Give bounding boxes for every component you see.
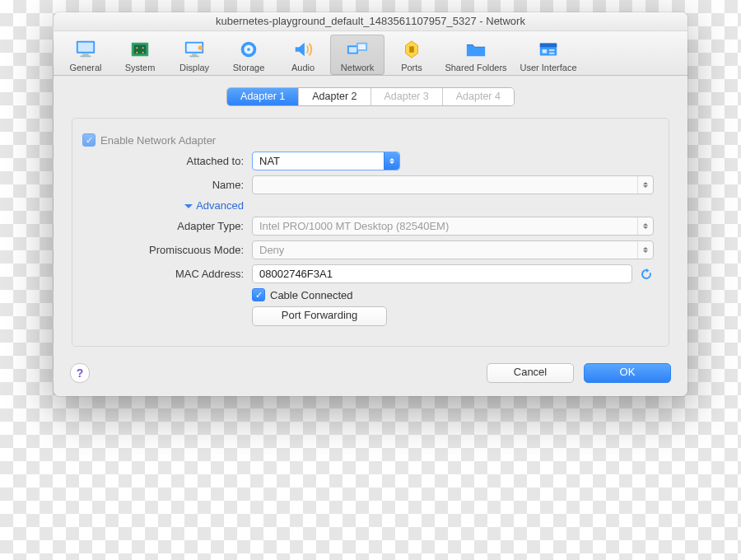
adapter-group: Enable Network Adapter Attached to: NAT … (72, 118, 669, 347)
toolbar-label: General (69, 63, 101, 72)
svg-rect-25 (540, 44, 557, 48)
toolbar-network[interactable]: Network (330, 35, 384, 75)
disclosure-triangle-icon[interactable] (184, 204, 193, 212)
svg-point-8 (136, 52, 137, 54)
toolbar-storage[interactable]: Storage (221, 35, 276, 75)
svg-rect-3 (81, 55, 91, 57)
port-forwarding-button[interactable]: Port Forwarding (252, 306, 387, 326)
storage-icon (235, 38, 262, 61)
audio-icon (290, 38, 316, 61)
name-select[interactable] (252, 175, 654, 194)
svg-rect-5 (134, 44, 147, 54)
display-icon (181, 38, 207, 61)
svg-rect-23 (409, 46, 414, 52)
svg-rect-1 (78, 43, 94, 52)
svg-point-14 (198, 45, 203, 50)
toolbar-audio[interactable]: Audio (276, 35, 330, 75)
toolbar-ports[interactable]: Ports (384, 35, 439, 75)
chevron-updown-icon (637, 217, 653, 235)
chevron-updown-icon (637, 241, 653, 259)
svg-rect-21 (358, 44, 366, 50)
tab-adapter-1[interactable]: Adapter 1 (227, 88, 298, 105)
adapter-tabs: Adapter 1 Adapter 2 Adapter 3 Adapter 4 (72, 87, 669, 106)
tab-adapter-2[interactable]: Adapter 2 (298, 88, 370, 105)
cancel-button[interactable]: Cancel (487, 363, 574, 383)
toolbar-general[interactable]: General (58, 35, 113, 75)
general-icon (72, 38, 99, 61)
toolbar-label: Ports (401, 63, 422, 72)
attached-to-label: Attached to: (87, 155, 252, 167)
ok-button[interactable]: OK (584, 363, 671, 383)
toolbar-display[interactable]: Display (167, 35, 221, 75)
toolbar-system[interactable]: System (113, 35, 167, 75)
chevron-updown-icon (384, 152, 399, 170)
adapter-type-label: Adapter Type: (87, 220, 252, 232)
tab-adapter-3[interactable]: Adapter 3 (370, 88, 442, 105)
svg-rect-28 (549, 53, 555, 54)
adapter-type-value: Intel PRO/1000 MT Desktop (82540EM) (259, 220, 449, 232)
ui-icon (535, 38, 562, 61)
system-icon (127, 38, 153, 61)
promiscuous-value: Deny (259, 244, 284, 256)
advanced-label[interactable]: Advanced (196, 199, 244, 212)
mac-label: MAC Address: (87, 268, 252, 280)
toolbar-label: System (125, 63, 156, 72)
refresh-icon (639, 267, 654, 282)
attached-to-value: NAT (259, 155, 280, 167)
mac-address-value: 08002746F3A1 (259, 268, 333, 280)
settings-window: kubernetes-playground_default_1483561107… (54, 12, 687, 396)
svg-rect-13 (189, 55, 198, 57)
toolbar-label: Shared Folders (445, 63, 506, 72)
toolbar-label: Network (341, 63, 374, 72)
svg-rect-27 (549, 49, 555, 51)
tab-adapter-4[interactable]: Adapter 4 (442, 88, 514, 105)
enable-adapter-checkbox[interactable] (82, 133, 96, 147)
cable-connected-checkbox[interactable] (252, 288, 265, 301)
svg-point-17 (247, 48, 250, 51)
enable-adapter-label: Enable Network Adapter (100, 134, 216, 147)
toolbar-user-interface[interactable]: User Interface (513, 35, 584, 75)
window-title: kubernetes-playground_default_1483561107… (54, 12, 687, 31)
promiscuous-select[interactable]: Deny (252, 240, 654, 259)
svg-point-6 (136, 47, 137, 49)
footer: ? Cancel OK (54, 353, 687, 396)
svg-rect-19 (349, 47, 357, 53)
name-label: Name: (87, 179, 252, 191)
ports-icon (398, 38, 425, 61)
svg-point-7 (142, 47, 144, 49)
svg-rect-26 (543, 49, 548, 54)
cable-connected-label: Cable Connected (270, 289, 352, 301)
mac-address-input[interactable]: 08002746F3A1 (252, 264, 632, 283)
folder-icon (463, 38, 489, 61)
chevron-updown-icon (637, 176, 653, 194)
promiscuous-label: Promiscuous Mode: (87, 244, 252, 256)
svg-rect-12 (192, 54, 197, 56)
toolbar: General System Display Storage Audio (54, 31, 687, 76)
attached-to-select[interactable]: NAT (252, 152, 400, 170)
refresh-mac-button[interactable] (639, 267, 654, 282)
svg-rect-2 (82, 54, 88, 56)
help-button[interactable]: ? (70, 363, 90, 383)
content-area: Adapter 1 Adapter 2 Adapter 3 Adapter 4 … (54, 76, 687, 353)
svg-point-9 (142, 52, 144, 54)
network-icon (344, 38, 370, 61)
toolbar-label: Storage (233, 63, 265, 72)
toolbar-label: User Interface (520, 63, 576, 72)
toolbar-label: Display (179, 63, 209, 72)
toolbar-label: Audio (291, 63, 315, 72)
toolbar-shared-folders[interactable]: Shared Folders (439, 35, 513, 75)
adapter-type-select[interactable]: Intel PRO/1000 MT Desktop (82540EM) (252, 217, 654, 236)
